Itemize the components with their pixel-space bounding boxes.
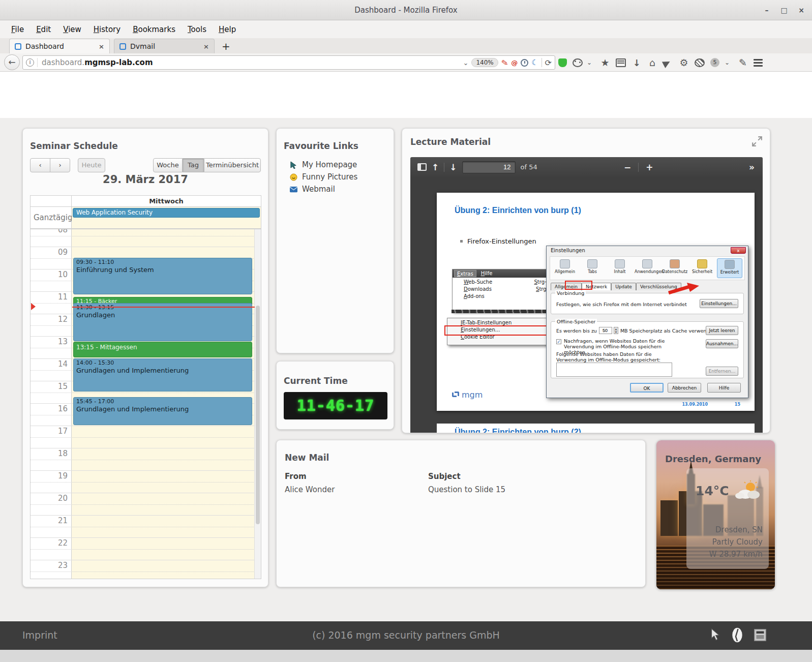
menu-view[interactable]: View <box>58 23 86 36</box>
weather-widget: Dresden, Germany 14°C Dresden, SN Partly… <box>656 440 775 590</box>
expand-icon[interactable] <box>751 136 763 147</box>
gear-icon[interactable]: ⚙ <box>679 57 689 68</box>
bookmark-star-icon[interactable]: ★ <box>600 57 610 68</box>
divider <box>542 58 542 67</box>
badge-chevron-icon[interactable]: ⌄ <box>722 59 732 66</box>
minimize-button[interactable]: – <box>760 5 773 16</box>
calendar-scroll-area[interactable]: 08 09 10 11 12 13 14 15 16 17 18 19 20 2… <box>31 229 261 579</box>
slide-page-number: 15 <box>735 402 740 407</box>
menu-hamburger-icon[interactable] <box>754 57 763 68</box>
menu-history[interactable]: History <box>88 23 126 36</box>
calendar-event[interactable]: 15:45 - 17:00 Grundlagen und Implementie… <box>73 397 252 425</box>
menu-edit[interactable]: Edit <box>31 23 56 36</box>
calendar-next-button[interactable]: › <box>50 158 70 172</box>
menu-bookmarks[interactable]: Bookmarks <box>128 23 181 36</box>
panel-title: Lecture Material <box>410 137 491 147</box>
scrollbar-thumb[interactable] <box>256 306 260 524</box>
subject-label: Subject <box>428 472 461 481</box>
palette-chevron-icon[interactable]: ⌄ <box>584 59 594 66</box>
current-time-marker <box>31 303 36 310</box>
reading-list-icon[interactable] <box>616 58 626 67</box>
pdf-zoom-controls: − + <box>624 162 653 172</box>
pdf-more-tools-icon[interactable]: » <box>749 162 755 172</box>
slide-menu-screenshot: Extras Hilfe Web-SucheStrg+K DownloadsSt… <box>452 269 560 312</box>
red-highlight-box <box>565 281 592 290</box>
clock-icon[interactable] <box>521 59 528 67</box>
send-tab-icon[interactable] <box>662 57 674 68</box>
weather-wind: W 28.97 km/h <box>691 550 763 559</box>
tab-close-icon[interactable]: × <box>99 43 104 50</box>
pdf-page-input[interactable] <box>462 161 516 173</box>
allday-event[interactable]: Web Application Security <box>73 208 260 218</box>
menu-tools[interactable]: Tools <box>183 23 212 36</box>
close-button[interactable]: × <box>795 5 808 16</box>
flame-icon[interactable]: ☾ <box>531 58 538 67</box>
spiral-icon[interactable]: @ <box>511 59 518 67</box>
red-arrow-annotation <box>668 283 699 296</box>
maximize-button[interactable]: □ <box>777 5 791 16</box>
hour-row: 23 <box>31 560 261 579</box>
adblock-icon[interactable] <box>558 58 567 67</box>
calendar-header-row: Mittwoch <box>31 196 261 207</box>
mail-from: Alice Wonder <box>285 485 335 494</box>
menu-file[interactable]: File <box>6 23 29 36</box>
pdf-zoom-in-icon[interactable]: + <box>646 162 653 172</box>
week-view-button[interactable]: Woche <box>153 158 183 172</box>
calendar-event[interactable]: 14:00 - 15:30 Grundlagen und Implementie… <box>73 358 252 392</box>
day-view-button[interactable]: Tag <box>183 158 204 172</box>
pdf-viewer[interactable]: Übung 2: Einrichten von burp (1) Firefox… <box>410 177 763 433</box>
led-clock: 11-46-17 <box>284 392 387 419</box>
tab-label: Dashboard <box>25 42 95 50</box>
calendar-prev-button[interactable]: ‹ <box>30 158 50 172</box>
new-tab-button[interactable]: + <box>215 39 237 53</box>
pdf-sidebar-toggle-icon[interactable] <box>417 163 427 171</box>
zoom-level-badge[interactable]: 140% <box>471 58 498 67</box>
pdf-next-page-icon[interactable]: ↓ <box>449 162 457 172</box>
link-my-homepage[interactable]: My Homepage <box>290 160 357 169</box>
pencil-icon[interactable]: ✎ <box>738 57 748 68</box>
tab-favicon <box>119 43 126 50</box>
calendar-scrollbar[interactable] <box>254 229 261 579</box>
current-time-panel: Current Time 11-46-17 <box>276 361 394 430</box>
link-funny-pictures[interactable]: Funny Pictures <box>290 172 357 182</box>
url-bar[interactable]: i dashboard.mgmsp-lab.com ⌄ 140% ✎ @ ☾ ⟳ <box>22 55 555 70</box>
new-mail-panel: New Mail From Alice Wonder Subject Quest… <box>276 440 646 587</box>
calendar-event[interactable]: 13:15 - Mittagessen <box>73 342 252 357</box>
pdf-slide: Übung 2: Einrichten von burp (1) Firefox… <box>437 193 755 411</box>
day-header: Mittwoch <box>72 196 261 206</box>
menu-help[interactable]: Help <box>214 23 241 36</box>
window-titlebar: Dashboard - Mozilla Firefox – □ × <box>0 0 812 20</box>
tab-close-icon[interactable]: × <box>203 43 209 50</box>
menu-bar: File Edit View History Bookmarks Tools H… <box>0 20 812 38</box>
mail-icon <box>290 186 297 193</box>
globe-icon[interactable] <box>695 58 705 67</box>
site-info-icon[interactable]: i <box>26 58 34 67</box>
divider <box>444 163 444 172</box>
url-text[interactable]: dashboard.mgmsp-lab.com <box>37 58 460 67</box>
link-webmail[interactable]: Webmail <box>290 185 335 194</box>
hour-row: 18 <box>31 448 261 470</box>
tab-dashboard[interactable]: Dashboard × <box>9 39 110 53</box>
slide-date: 13.09.2010 <box>682 402 708 407</box>
palette-icon[interactable] <box>573 58 583 67</box>
agenda-view-button[interactable]: Terminübersicht <box>204 158 261 172</box>
counter-badge[interactable]: 5 <box>710 58 719 67</box>
dashboard-content: Seminar Schedule ‹ › Heute Woche Tag Ter… <box>0 118 812 621</box>
hour-row: 22 <box>31 537 261 560</box>
url-dropdown-chevron[interactable]: ⌄ <box>463 59 469 67</box>
tab-dvmail[interactable]: Dvmail × <box>114 39 215 53</box>
home-icon[interactable]: ⌂ <box>647 57 657 68</box>
calendar-event[interactable]: 11:30 - 13:15 Grundlagen <box>73 303 252 341</box>
divider <box>638 163 639 172</box>
today-button[interactable]: Heute <box>78 158 105 172</box>
feather-icon[interactable]: ✎ <box>500 57 508 68</box>
back-button[interactable]: ← <box>4 54 20 70</box>
pdf-prev-page-icon[interactable]: ↑ <box>432 162 439 172</box>
calendar-event[interactable]: 09:30 - 11:10 Einführung und System <box>73 258 252 294</box>
reload-icon[interactable]: ⟳ <box>545 58 552 68</box>
page-footer: Imprint (c) 2016 mgm security partners G… <box>0 621 812 650</box>
tab-label: Dvmail <box>130 42 199 50</box>
pdf-zoom-out-icon[interactable]: − <box>624 162 631 172</box>
allday-row: Ganztägig Web Application Security <box>31 207 261 229</box>
downloads-icon[interactable]: ↓ <box>631 57 642 68</box>
